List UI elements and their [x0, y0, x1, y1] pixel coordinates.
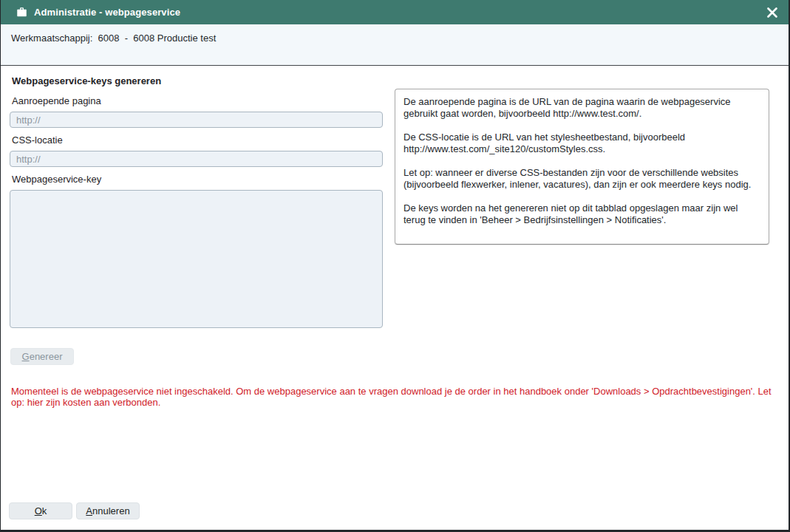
close-icon[interactable]	[765, 5, 780, 20]
cancel-button-label: Annuleren	[86, 505, 129, 516]
info-panel: De aanroepende pagina is de URL van de p…	[395, 89, 769, 245]
service-disabled-warning: Momenteel is de webpageservice niet inge…	[11, 386, 779, 408]
info-paragraph-css-location: De CSS-locatie is de URL van het stylesh…	[403, 132, 760, 155]
dialog-titlebar: Administratie - webpageservice	[1, 0, 789, 24]
calling-page-input[interactable]	[10, 112, 383, 128]
info-paragraph-multiple-keys: Let op: wanneer er diverse CSS-bestanden…	[403, 167, 760, 191]
administratie-webpageservice-dialog: Administratie - webpageservice Werkmaats…	[0, 0, 790, 532]
dialog-title: Administratie - webpageservice	[34, 7, 180, 18]
css-location-label: CSS-locatie	[12, 134, 384, 146]
briefcase-icon	[16, 7, 27, 18]
generate-button-label: Genereer	[22, 351, 63, 362]
cancel-button[interactable]: Annuleren	[76, 502, 140, 519]
dialog-content: Webpageservice-keys genereren Aanroepend…	[1, 66, 789, 530]
dialog-footer: Ok Annuleren	[9, 502, 140, 519]
info-paragraph-calling-page: De aanroepende pagina is de URL van de p…	[403, 96, 760, 120]
webpageservice-key-textarea[interactable]	[10, 190, 383, 328]
key-generation-form: Webpageservice-keys genereren Aanroepend…	[11, 75, 384, 365]
ok-button-label: Ok	[35, 505, 47, 516]
webpageservice-key-label: Webpageservice-key	[12, 174, 384, 185]
company-line: Werkmaatschappij: 6008 - 6008 Productie …	[11, 33, 216, 44]
info-paragraph-key-storage: De keys worden na het genereren niet op …	[403, 202, 760, 226]
company-subheader: Werkmaatschappij: 6008 - 6008 Productie …	[1, 24, 789, 66]
section-heading: Webpageservice-keys genereren	[12, 75, 384, 86]
generate-button[interactable]: Genereer	[10, 348, 74, 365]
ok-button[interactable]: Ok	[9, 502, 72, 519]
css-location-input[interactable]	[10, 151, 383, 167]
calling-page-label: Aanroepende pagina	[12, 95, 384, 106]
